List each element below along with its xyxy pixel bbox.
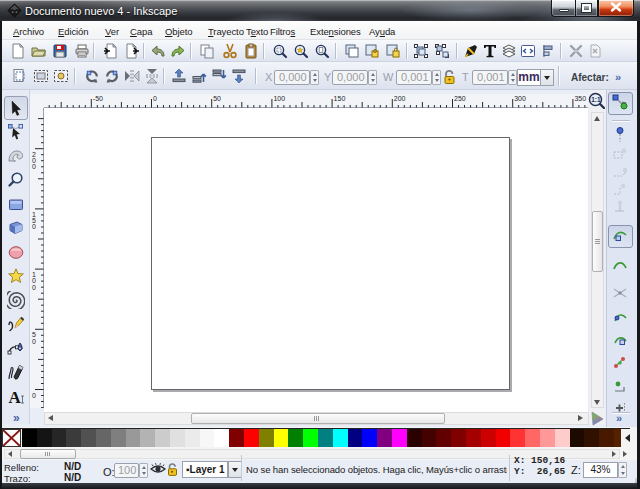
svg-text:350: 350 [574,95,586,102]
svg-text:100: 100 [273,95,285,102]
svg-text:0: 0 [32,338,36,345]
svg-text:0: 0 [32,223,36,230]
svg-text:0: 0 [153,95,157,102]
svg-text:-50: -50 [93,95,103,102]
svg-text:0: 0 [32,284,36,291]
svg-text:250: 250 [454,95,466,102]
svg-text:300: 300 [514,95,526,102]
svg-text:0: 0 [32,163,36,170]
svg-text:150: 150 [334,95,346,102]
svg-text:0: 0 [32,392,36,399]
svg-text:A: A [9,388,22,406]
svg-text:50: 50 [213,95,221,102]
svg-text:200: 200 [394,95,406,102]
svg-text:1:1: 1:1 [591,96,601,103]
